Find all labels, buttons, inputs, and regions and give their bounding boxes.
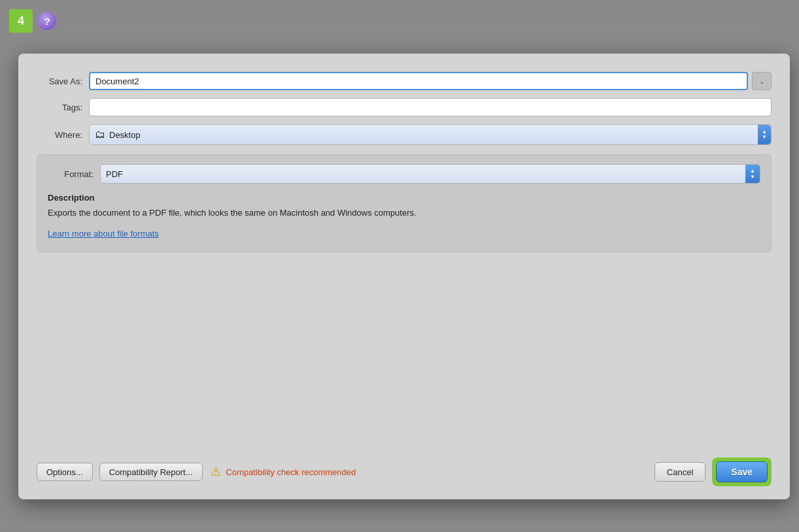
cancel-button[interactable]: Cancel bbox=[654, 462, 706, 482]
where-row: Where: 🗂 Desktop ▲ ▼ bbox=[37, 124, 772, 145]
tags-label: Tags: bbox=[37, 103, 89, 112]
form-section: Save As: ⌄ Tags: Where: 🗂 Desktop ▲ ▼ bbox=[37, 72, 772, 145]
save-button[interactable]: Save bbox=[716, 461, 768, 482]
compat-warning-text: Compatibility check recommended bbox=[226, 467, 356, 477]
bottom-bar: Options... Compatibility Report... ⚠ Com… bbox=[37, 444, 772, 486]
description-label: Description bbox=[48, 193, 760, 203]
format-row: Format: PDF ▲ ▼ bbox=[48, 164, 760, 184]
tags-input[interactable] bbox=[89, 98, 772, 116]
where-stepper[interactable]: ▲ ▼ bbox=[758, 125, 771, 144]
save-as-dropdown-button[interactable]: ⌄ bbox=[752, 72, 772, 90]
format-select-wrapper[interactable]: PDF ▲ ▼ bbox=[100, 164, 760, 184]
where-text: 🗂 Desktop bbox=[90, 125, 758, 144]
description-text: Exports the document to a PDF file, whic… bbox=[48, 207, 760, 220]
tags-row: Tags: bbox=[37, 98, 772, 116]
where-label: Where: bbox=[37, 130, 89, 140]
save-dialog: Save As: ⌄ Tags: Where: 🗂 Desktop ▲ ▼ bbox=[18, 54, 790, 499]
chevron-down-icon: ⌄ bbox=[759, 78, 764, 85]
format-select-text: PDF bbox=[101, 165, 745, 183]
stepper-down-icon: ▼ bbox=[762, 135, 767, 140]
format-label: Format: bbox=[48, 169, 100, 179]
format-section: Format: PDF ▲ ▼ Description Exports the … bbox=[37, 154, 772, 252]
learn-more-link[interactable]: Learn more about file formats bbox=[48, 229, 159, 239]
save-as-input[interactable] bbox=[89, 72, 748, 90]
save-as-row: Save As: ⌄ bbox=[37, 72, 772, 90]
options-button[interactable]: Options... bbox=[37, 463, 93, 481]
save-button-highlight: Save bbox=[712, 457, 772, 486]
warning-icon: ⚠ bbox=[209, 466, 222, 478]
where-select-wrapper[interactable]: 🗂 Desktop ▲ ▼ bbox=[89, 124, 772, 145]
format-stepper-down-icon: ▼ bbox=[750, 175, 755, 180]
folder-icon: 🗂 bbox=[95, 129, 105, 141]
where-value: Desktop bbox=[109, 130, 141, 140]
save-as-label: Save As: bbox=[37, 76, 89, 86]
format-stepper-up-icon: ▲ bbox=[750, 169, 755, 174]
help-icon[interactable]: ? bbox=[38, 12, 56, 30]
compat-warning: ⚠ Compatibility check recommended bbox=[209, 466, 648, 478]
help-symbol: ? bbox=[44, 16, 50, 27]
format-value: PDF bbox=[106, 169, 123, 179]
format-stepper[interactable]: ▲ ▼ bbox=[745, 165, 760, 183]
step-badge: 4 bbox=[9, 9, 33, 33]
compatibility-report-button[interactable]: Compatibility Report... bbox=[99, 463, 203, 481]
